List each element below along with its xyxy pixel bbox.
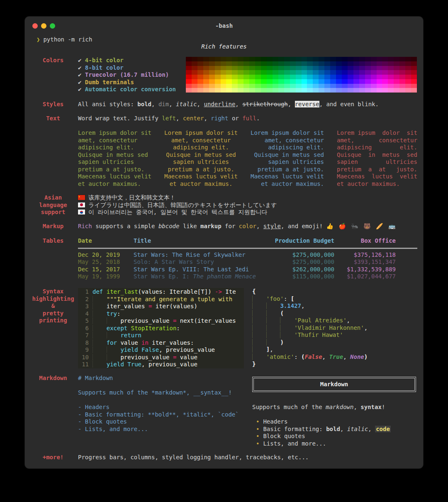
- spectrum-cell: [371, 61, 377, 66]
- text-run: The phantom Menace: [193, 273, 256, 280]
- spectrum-cell: [377, 70, 382, 75]
- lorem-line: sapien ultricies: [337, 158, 417, 166]
- line-number: 1: [78, 288, 89, 296]
- text-run: Star Wars Ep. I:: [134, 273, 193, 280]
- minimize-button[interactable]: [41, 23, 46, 29]
- lorem-justified-column: Lorem ipsum dolor sitamet, consecteturad…: [337, 129, 417, 188]
- text-run: underline: [204, 101, 235, 107]
- text-run: [266, 324, 280, 331]
- spectrum-cell: [290, 66, 296, 71]
- spectrum-cell: [371, 84, 377, 88]
- feature-label: Truecolor (16.7 million): [85, 71, 169, 78]
- text-run: [107, 354, 121, 361]
- spectrum-cell: [249, 88, 255, 93]
- pretty-print-line: 'Vladimir Harkonnen',: [252, 324, 421, 332]
- text-run: [93, 303, 107, 309]
- title-bar[interactable]: -bash: [25, 17, 423, 35]
- spectrum-cell: [243, 66, 249, 71]
- spectrum-cell: [203, 88, 209, 93]
- text-demo-line: Word wrap text. Justify left, center, ri…: [78, 115, 417, 122]
- spectrum-cell: [405, 88, 411, 93]
- text-run: 3.1427: [280, 302, 301, 309]
- spectrum-cell: [382, 88, 388, 93]
- spectrum-cell: [399, 88, 405, 93]
- text-run: Supports much of the: [252, 404, 326, 410]
- spectrum-cell: [342, 70, 348, 75]
- pretty-print-panel: { 'foo': [ 3.1427, ( 'Paul Atreides', 'V…: [252, 288, 421, 368]
- spectrum-cell: [365, 75, 371, 79]
- zoom-button[interactable]: [50, 23, 55, 29]
- spectrum-cell: [388, 66, 394, 71]
- spectrum-cell: [290, 70, 296, 75]
- spectrum-cell: [209, 66, 215, 71]
- spectrum-cell: [215, 61, 221, 66]
- spectrum-cell: [203, 79, 209, 84]
- text-run: False: [141, 346, 159, 353]
- spectrum-cell: [371, 57, 377, 61]
- spectrum-cell: [290, 79, 296, 84]
- spectrum-cell: [394, 75, 399, 79]
- spectrum-cell: [359, 75, 365, 79]
- text-run: :: [284, 295, 291, 302]
- spectrum-cell: [238, 57, 243, 61]
- markdown-source-line: - Lists, and more...: [78, 426, 248, 433]
- spectrum-cell: [215, 88, 221, 93]
- text-run: , and emoji!: [281, 223, 326, 229]
- bullet-icon: •: [256, 418, 259, 425]
- spectrum-cell: [192, 88, 197, 93]
- text-run: iter_last: [107, 288, 138, 295]
- spectrum-cell: [278, 79, 284, 84]
- markdown-source-line: # Markdown: [78, 375, 248, 382]
- text-run: ,: [270, 346, 273, 353]
- spectrum-cell: [261, 79, 267, 84]
- asian-text: ライブラリは中国語、日本語、韓国語のテキストをサポートしています: [88, 202, 277, 208]
- spectrum-cell: [388, 79, 394, 84]
- spectrum-cell: [411, 79, 417, 84]
- lorem-line: Maecenas luctus velit: [164, 173, 238, 180]
- spectrum-cell: [348, 57, 353, 61]
- spectrum-cell: [336, 66, 342, 71]
- spectrum-cell: [267, 66, 273, 71]
- spectrum-cell: [302, 84, 307, 88]
- window-title: -bash: [25, 17, 423, 29]
- text-run: [252, 302, 266, 309]
- spectrum-cell: [192, 70, 197, 75]
- lorem-line: amet, consectetur: [78, 137, 151, 144]
- markdown-source-line: - Headers: [78, 404, 248, 411]
- spectrum-cell: [319, 88, 324, 93]
- close-button[interactable]: [32, 23, 38, 29]
- markdown-bullet-item: •Headers: [252, 418, 416, 426]
- spectrum-cell: [284, 57, 290, 61]
- spectrum-cell: [313, 84, 319, 88]
- cell-box-office: $1,332,539,889: [334, 266, 417, 273]
- spectrum-cell: [255, 61, 261, 66]
- text-run: ,: [151, 101, 158, 107]
- spectrum-cell: [324, 57, 330, 61]
- text-run: Word wrap text. Justify: [78, 115, 162, 122]
- cell-budget: $262,000,000: [265, 266, 334, 273]
- text-run: markup: [200, 223, 222, 229]
- spectrum-cell: [365, 66, 371, 71]
- spectrum-cell: [348, 84, 353, 88]
- line-number: 3: [78, 303, 89, 310]
- spectrum-cell: [284, 70, 290, 75]
- spectrum-cell: [226, 61, 232, 66]
- text-run: try: [107, 310, 117, 317]
- spectrum-cell: [377, 66, 382, 71]
- table-body: Dec 20, 2019Star Wars: The Rise of Skywa…: [78, 251, 417, 280]
- spectrum-cell: [365, 84, 371, 88]
- text-run: [280, 331, 294, 338]
- text-run: ,: [364, 324, 368, 331]
- spectrum-cell: [290, 75, 296, 79]
- text-run: [93, 317, 107, 324]
- spectrum-cell: [203, 70, 209, 75]
- spectrum-cell: [278, 61, 284, 66]
- text-run: Block quotes: [263, 433, 305, 439]
- spectrum-cell: [203, 84, 209, 88]
- spectrum-cell: [273, 70, 278, 75]
- spectrum-cell: [302, 88, 307, 93]
- spectrum-cell: [313, 79, 319, 84]
- spectrum-cell: [249, 75, 255, 79]
- line-number: 8: [78, 339, 89, 347]
- spectrum-cell: [307, 66, 313, 71]
